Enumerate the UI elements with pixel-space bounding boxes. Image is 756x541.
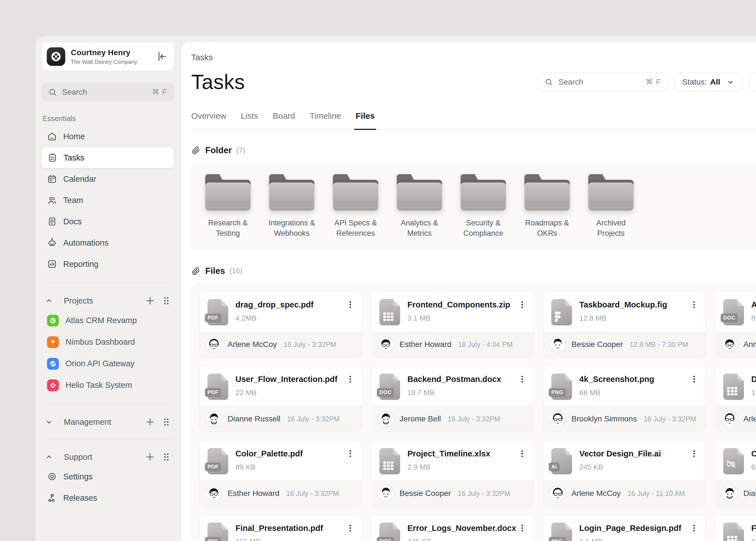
app-panel: Courtney Henry The Walt Disney Company S… bbox=[35, 36, 756, 541]
file-menu-button[interactable] bbox=[688, 298, 700, 311]
file-menu-button[interactable] bbox=[688, 447, 700, 460]
folder-security-compliance[interactable]: Security & Compliance bbox=[456, 174, 510, 239]
file-icon: PDF bbox=[207, 373, 228, 400]
folder-section-count: (7) bbox=[236, 146, 245, 155]
file-card[interactable]: Project_Timeline.xlsx 2.9 MB Bessie Coop… bbox=[371, 440, 534, 507]
file-info: Client_Meeting.m 68 MB bbox=[751, 448, 756, 474]
file-menu-button[interactable] bbox=[345, 447, 356, 460]
file-card-top: PDF Final_Presentation.pdf 156 MB bbox=[199, 515, 361, 541]
chevron-up-icon[interactable] bbox=[45, 296, 53, 305]
folder-analytics-metrics[interactable]: Analytics & Metrics bbox=[393, 174, 446, 239]
sidebar-item-tasks[interactable]: Tasks bbox=[41, 147, 174, 168]
file-menu-button[interactable] bbox=[517, 373, 528, 385]
file-menu-button[interactable] bbox=[517, 522, 528, 534]
file-menu-button[interactable] bbox=[345, 298, 356, 311]
file-card-footer: Esther Howard 18 July - 4:04 PM bbox=[372, 331, 534, 357]
tab-board[interactable]: Board bbox=[273, 111, 295, 129]
workspace-profile-card[interactable]: Courtney Henry The Walt Disney Company bbox=[41, 42, 174, 71]
file-icon bbox=[723, 523, 744, 541]
status-filter-dropdown[interactable]: Status: All bbox=[675, 73, 742, 91]
file-menu-button[interactable] bbox=[688, 373, 700, 385]
sidebar-item-docs[interactable]: Docs bbox=[41, 211, 174, 232]
files-search-input[interactable]: Search ⌘ F bbox=[537, 73, 668, 91]
file-card[interactable]: Frontend_Compo 9.8 MB bbox=[715, 515, 756, 541]
file-size: 156 MB bbox=[235, 537, 354, 541]
add-button[interactable] bbox=[145, 295, 156, 306]
file-menu-button[interactable] bbox=[345, 522, 356, 534]
file-card[interactable]: DOC Backend_Postman.docx 18.7 MB Jerome … bbox=[371, 366, 534, 432]
file-name: Frontend_Components.zip bbox=[407, 300, 526, 309]
project-item-helio-task-system[interactable]: Helio Task System bbox=[41, 374, 174, 396]
file-date: 16 July - 3:32PM bbox=[287, 415, 340, 423]
tab-overview[interactable]: Overview bbox=[191, 111, 226, 129]
sidebar-item-calendar[interactable]: Calendar bbox=[41, 168, 174, 190]
sidebar-collapse-button[interactable] bbox=[156, 50, 168, 63]
file-card-footer: Arlene McCoy 16 July - 3:32PM bbox=[199, 331, 361, 357]
folder-api-specs-references[interactable]: API Specs & References bbox=[329, 174, 382, 239]
folder-archived-projects[interactable]: Archived Projects bbox=[584, 174, 638, 239]
group-header-management[interactable]: Management bbox=[41, 413, 174, 431]
file-owner: Esther Howard bbox=[228, 489, 279, 498]
file-type-badge: PDF bbox=[205, 537, 221, 541]
folder-roadmaps-okrs[interactable]: Roadmaps & OKRs bbox=[520, 174, 574, 239]
sidebar-item-settings[interactable]: Settings bbox=[41, 466, 174, 487]
sidebar-search-input[interactable]: Search ⌘ F bbox=[41, 83, 174, 101]
file-card[interactable]: Taskboard_Mockup.fig 12.8 MB Bessie Coop… bbox=[543, 291, 706, 357]
file-card[interactable]: PDF drag_drop_spec.pdf 4.2MB Arlene McCo… bbox=[199, 291, 362, 357]
folder-integrations-webhooks[interactable]: Integrations & Webhooks bbox=[265, 174, 319, 239]
files-section-count: (16) bbox=[229, 267, 242, 275]
sidebar-item-automations[interactable]: Automations bbox=[41, 232, 174, 254]
file-card[interactable]: Frontend_Components.zip 3.1 MB Esther Ho… bbox=[371, 291, 534, 357]
file-menu-button[interactable] bbox=[517, 298, 528, 311]
tab-files[interactable]: Files bbox=[356, 111, 375, 129]
folder-icon bbox=[333, 174, 378, 211]
project-item-orion-api-gateway[interactable]: Orion API Gateway bbox=[41, 353, 174, 374]
chevron-down-icon[interactable] bbox=[45, 418, 53, 426]
file-card[interactable]: Ai Vector Design_File.ai 245 KB Arlene M… bbox=[543, 440, 706, 507]
file-card-top: Taskboard_Mockup.fig 12.8 MB bbox=[544, 292, 705, 333]
drag-handle-icon[interactable] bbox=[161, 451, 172, 463]
drag-handle-icon[interactable] bbox=[161, 295, 172, 306]
sidebar-item-reporting[interactable]: Reporting bbox=[41, 254, 174, 275]
file-card[interactable]: PNG Login_Page_Redesign.pdf 1.1 MB bbox=[543, 515, 706, 541]
file-info: API_Documentati 890 KB bbox=[751, 299, 756, 325]
file-card[interactable]: PDF Final_Presentation.pdf 156 MB bbox=[199, 515, 362, 541]
file-name: User_Flow_Interaction.pdf bbox=[235, 375, 354, 384]
file-menu-button[interactable] bbox=[517, 447, 528, 460]
file-card-top: PNG Login_Page_Redesign.pdf 1.1 MB bbox=[544, 515, 705, 541]
avatar bbox=[206, 485, 222, 501]
group-header-support[interactable]: Support bbox=[41, 448, 174, 466]
file-card[interactable]: PNG 4k_Screenshot.png 68 MB Brooklyn Sim… bbox=[543, 366, 706, 432]
tab-lists[interactable]: Lists bbox=[241, 111, 258, 129]
file-menu-button[interactable] bbox=[688, 522, 700, 534]
chevron-up-icon[interactable] bbox=[45, 453, 53, 461]
file-card[interactable]: Client_Meeting.m 68 MB Dianne Russell 16… bbox=[715, 440, 756, 507]
file-card[interactable]: PDF User_Flow_Interaction.pdf 22 MB Dian… bbox=[199, 366, 362, 432]
sort-button[interactable]: S bbox=[749, 73, 756, 91]
sidebar-item-label: Tasks bbox=[64, 153, 84, 163]
folders-strip: Research & Testing Integrations & Webhoo… bbox=[191, 163, 756, 250]
file-card[interactable]: DOC API_Documentati 890 KB Annette Black… bbox=[715, 291, 756, 357]
group-header-projects[interactable]: Projects bbox=[41, 292, 174, 310]
drag-handle-icon[interactable] bbox=[161, 416, 172, 428]
folder-research-testing[interactable]: Research & Testing bbox=[201, 174, 255, 239]
file-card[interactable]: DOC Error_Logs_November.docx 245 KB bbox=[371, 515, 534, 541]
add-button[interactable] bbox=[145, 451, 156, 463]
file-card-footer: Brooklyn Simmons 16 July - 3:32PM bbox=[544, 406, 705, 432]
project-item-atlas-crm-revamp[interactable]: Atlas CRM Revamp bbox=[41, 310, 174, 331]
file-menu-button[interactable] bbox=[345, 373, 356, 385]
file-name: Vector Design_File.ai bbox=[579, 449, 697, 458]
file-card[interactable]: PDF Color_Palette.pdf 89 KB Esther Howar… bbox=[199, 440, 362, 507]
file-card[interactable]: Database_Schem 180 KB Arlene McCoy 16 Ju bbox=[715, 366, 756, 432]
file-size: 89 KB bbox=[235, 463, 354, 472]
file-card-footer: Bessie Cooper 16 July - 3:32PM bbox=[372, 480, 534, 506]
workspace-info: Courtney Henry The Walt Disney Company bbox=[71, 48, 150, 65]
sidebar-item-team[interactable]: Team bbox=[41, 190, 174, 211]
sidebar-item-releases[interactable]: Releases bbox=[41, 487, 174, 508]
sidebar-item-home[interactable]: Home bbox=[41, 126, 174, 147]
project-item-nimbus-dashboard[interactable]: Nimbus Dashboard bbox=[41, 331, 174, 353]
file-card-top: DOC Error_Logs_November.docx 245 KB bbox=[372, 515, 534, 541]
tab-timeline[interactable]: Timeline bbox=[310, 111, 341, 129]
add-button[interactable] bbox=[145, 416, 156, 428]
file-info: 4k_Screenshot.png 68 MB bbox=[579, 373, 697, 400]
